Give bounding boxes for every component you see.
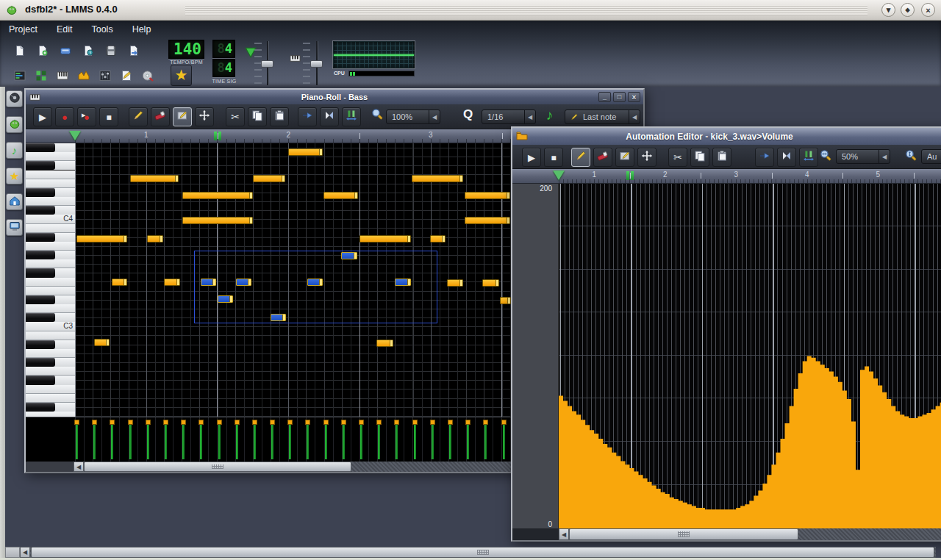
piano-key-white[interactable]	[26, 197, 75, 206]
piano-key-white[interactable]: C4	[26, 215, 75, 223]
workspace-scrollbar[interactable]: ◀	[20, 547, 936, 558]
note-tail[interactable]	[442, 236, 445, 242]
note-orange[interactable]	[447, 279, 463, 287]
piano-key-white[interactable]	[26, 385, 75, 394]
piano-key-white[interactable]	[26, 179, 75, 188]
velocity-handle[interactable]	[412, 420, 418, 425]
note-orange[interactable]	[482, 279, 499, 287]
note-tail[interactable]	[249, 193, 252, 198]
note-orange[interactable]	[182, 217, 253, 224]
piano-key-white[interactable]	[26, 224, 75, 233]
velocity-line[interactable]	[182, 424, 185, 459]
menu-item-edit[interactable]: Edit	[57, 24, 73, 35]
note-tail[interactable]	[459, 176, 462, 182]
note-tail[interactable]	[282, 176, 285, 182]
note-orange[interactable]	[182, 192, 253, 199]
loop-marker[interactable]	[218, 132, 221, 140]
sidebar-item-samples[interactable]: ♪	[6, 142, 23, 159]
note-tail[interactable]	[319, 149, 322, 155]
selection-rectangle[interactable]	[194, 251, 437, 323]
zoom-level-dropdown[interactable]: 100% ◀	[386, 110, 440, 124]
maximize-button[interactable]: ◆	[901, 3, 915, 17]
velocity-line[interactable]	[467, 424, 469, 459]
tempo-lcd[interactable]: 140	[168, 40, 204, 59]
piano-key-black[interactable]	[26, 358, 75, 367]
piano-roll-titlebar[interactable]: Piano-Roll - Bass _ □ ×	[26, 90, 643, 104]
piano-keyboard[interactable]: C4C3	[26, 143, 75, 417]
note-tail[interactable]	[390, 340, 393, 346]
dropdown-arrow-icon[interactable]: ◀	[879, 150, 890, 163]
piano-key-black[interactable]	[26, 251, 75, 259]
flip-button[interactable]	[799, 148, 818, 167]
note-tail[interactable]	[407, 236, 410, 242]
new-project-button[interactable]	[9, 40, 30, 61]
velocity-line[interactable]	[360, 424, 362, 459]
piano-key-black[interactable]	[26, 313, 75, 322]
velocity-line[interactable]	[271, 424, 273, 459]
paste-button[interactable]	[270, 107, 289, 126]
velocity-handle[interactable]	[146, 420, 151, 425]
velocity-line[interactable]	[236, 424, 238, 459]
master-volume-handle[interactable]	[261, 60, 273, 68]
velocity-handle[interactable]	[448, 420, 453, 425]
piano-key-black[interactable]	[26, 143, 75, 152]
velocity-handle[interactable]	[198, 420, 204, 425]
velocity-handle[interactable]	[376, 420, 382, 425]
velocity-line[interactable]	[93, 424, 96, 459]
note-tail[interactable]	[176, 279, 179, 285]
note-orange[interactable]	[164, 279, 180, 286]
menu-item-tools[interactable]: Tools	[91, 24, 112, 35]
velocity-handle[interactable]	[217, 420, 222, 425]
sidebar-item-home[interactable]	[6, 193, 23, 210]
piano-key-white[interactable]	[26, 367, 75, 376]
note-orange[interactable]	[359, 235, 411, 243]
scrollbar-thumb[interactable]	[569, 528, 798, 540]
piano-key-white[interactable]: C3	[26, 322, 75, 331]
scrollbar-thumb[interactable]	[31, 547, 934, 558]
note-orange[interactable]	[465, 192, 510, 199]
velocity-handle[interactable]	[270, 420, 275, 425]
velocity-line[interactable]	[218, 424, 221, 459]
scroll-left-button[interactable]: ◀	[74, 462, 84, 472]
velocity-handle[interactable]	[430, 420, 435, 425]
piano-key-white[interactable]	[26, 259, 75, 268]
note-orange[interactable]	[253, 175, 285, 182]
velocity-handle[interactable]	[163, 420, 168, 425]
play-button[interactable]: ▶	[33, 107, 52, 126]
quantize-dropdown[interactable]: 1/16 ◀	[482, 110, 536, 124]
project-notes-button[interactable]	[115, 65, 137, 86]
velocity-line[interactable]	[165, 424, 167, 459]
piano-key-black[interactable]	[26, 233, 75, 242]
note-tail[interactable]	[160, 236, 162, 242]
save-project-button[interactable]	[100, 40, 121, 61]
record-play-button[interactable]: ●▶	[77, 107, 96, 126]
flip-button[interactable]	[342, 107, 361, 126]
piano-key-black[interactable]	[26, 161, 75, 170]
note-tail[interactable]	[507, 218, 509, 223]
master-pitch-handle[interactable]	[310, 60, 323, 68]
piano-key-white[interactable]	[26, 412, 75, 417]
piano-key-white[interactable]	[26, 170, 75, 179]
velocity-line[interactable]	[343, 424, 345, 459]
record-button[interactable]: ●	[55, 107, 74, 126]
erase-mode-button[interactable]	[593, 148, 612, 167]
velocity-line[interactable]	[254, 424, 256, 459]
note-orange[interactable]	[412, 175, 463, 182]
piano-key-black[interactable]	[26, 340, 75, 349]
tempo-sync-button[interactable]: ★	[171, 65, 192, 86]
play-button[interactable]: ▶	[522, 148, 541, 167]
copy-button[interactable]	[690, 148, 709, 167]
scrollbar-thumb[interactable]	[84, 462, 351, 472]
velocity-handle[interactable]	[341, 420, 346, 425]
note-tail[interactable]	[495, 280, 498, 286]
note-tail[interactable]	[124, 279, 126, 285]
note-tail[interactable]	[507, 298, 510, 304]
note-orange[interactable]	[430, 235, 446, 243]
piano-roll-button[interactable]	[51, 65, 73, 86]
piano-key-black[interactable]	[26, 268, 75, 277]
velocity-handle[interactable]	[128, 420, 133, 425]
piano-key-black[interactable]	[26, 206, 75, 215]
note-tail[interactable]	[354, 193, 357, 198]
select-mode-button[interactable]	[615, 148, 634, 167]
note-tail[interactable]	[124, 236, 126, 242]
